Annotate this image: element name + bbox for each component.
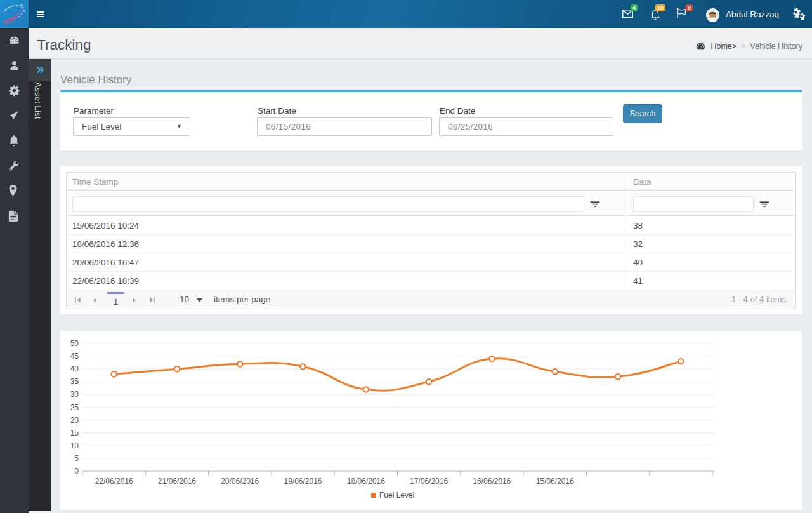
svg-text:20: 20 [70,416,79,425]
svg-text:50: 50 [70,339,79,348]
svg-text:16/06/2016: 16/06/2016 [473,477,511,486]
svg-text:17/06/2016: 17/06/2016 [410,477,448,486]
svg-text:18/06/2016: 18/06/2016 [347,477,385,486]
svg-text:40: 40 [70,364,79,373]
svg-text:20/06/2016: 20/06/2016 [221,477,259,486]
svg-text:0: 0 [74,467,79,476]
svg-text:10: 10 [70,441,79,450]
svg-text:15: 15 [70,429,79,437]
svg-text:45: 45 [70,352,79,361]
svg-text:21/06/2016: 21/06/2016 [158,477,196,486]
svg-text:22/06/2016: 22/06/2016 [95,477,133,486]
svg-text:5: 5 [74,454,79,463]
svg-text:Fuel Level: Fuel Level [379,491,414,500]
svg-text:19/06/2016: 19/06/2016 [284,477,322,486]
svg-text:30: 30 [70,390,79,399]
svg-text:15/06/2016: 15/06/2016 [536,477,574,486]
svg-text:35: 35 [70,377,79,386]
svg-text:25: 25 [70,403,79,412]
